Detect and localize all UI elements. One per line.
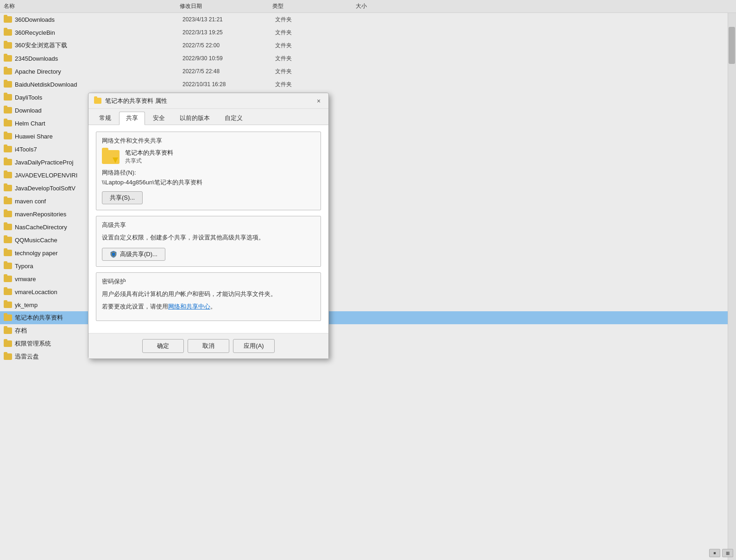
- dialog-tab-共享[interactable]: 共享: [119, 112, 145, 125]
- dialog-tab-以前的版本[interactable]: 以前的版本: [173, 112, 217, 125]
- advanced-sharing-section: 高级共享 设置自定义权限，创建多个共享，并设置其他高级共享选项。 高级共享(D)…: [96, 216, 321, 267]
- dialog-tab-常规[interactable]: 常规: [92, 112, 118, 125]
- share-info-row: 笔记本的共享资料 共享式: [102, 149, 315, 165]
- password-text-1: 用户必须具有此计算机的用户帐户和密码，才能访问共享文件夹。: [102, 289, 315, 299]
- dialog-folder-icon: [94, 98, 101, 104]
- share-folder-large-icon: [102, 150, 120, 164]
- share-folder-name: 笔记本的共享资料: [125, 149, 173, 157]
- password-protection-section: 密码保护 用户必须具有此计算机的用户帐户和密码，才能访问共享文件夹。 若要更改此…: [96, 272, 321, 321]
- net-path-label: 网络路径(N):: [102, 169, 315, 177]
- share-name-block: 笔记本的共享资料 共享式: [125, 149, 173, 165]
- advanced-sharing-button[interactable]: 高级共享(D)...: [102, 248, 165, 261]
- ok-button[interactable]: 确定: [142, 339, 184, 353]
- network-sharing-center-link[interactable]: 网络和共享中心: [168, 303, 210, 310]
- properties-dialog: 笔记本的共享资料 属性 × 常规共享安全以前的版本自定义 网络文件和文件夹共享 …: [88, 93, 329, 359]
- share-button[interactable]: 共享(S)...: [102, 191, 143, 204]
- advanced-desc: 设置自定义权限，创建多个共享，并设置其他高级共享选项。: [102, 233, 315, 242]
- cancel-button[interactable]: 取消: [188, 339, 229, 353]
- shield-icon: [110, 251, 117, 258]
- network-sharing-title: 网络文件和文件夹共享: [102, 137, 315, 145]
- dialog-tab-自定义[interactable]: 自定义: [218, 112, 250, 125]
- net-path-value: \\Laptop-44g856un\笔记本的共享资料: [102, 178, 315, 187]
- dialog-tab-安全[interactable]: 安全: [146, 112, 172, 125]
- dialog-title-text: 笔记本的共享资料 属性: [105, 97, 167, 105]
- pwd-prefix: 若要更改此设置，请使用: [102, 303, 168, 310]
- dialog-title-left: 笔记本的共享资料 属性: [94, 97, 167, 105]
- advanced-sharing-title: 高级共享: [102, 221, 315, 229]
- password-text-2: 若要更改此设置，请使用网络和共享中心。: [102, 302, 315, 311]
- advanced-sharing-btn-label: 高级共享(D)...: [120, 250, 157, 258]
- password-protection-title: 密码保护: [102, 277, 315, 286]
- dialog-tabs: 常规共享安全以前的版本自定义: [88, 109, 328, 125]
- share-arrow-icon: [113, 157, 118, 163]
- dialog-body: 网络文件和文件夹共享 笔记本的共享资料 共享式 网络路径(N): \\Lapto…: [88, 125, 328, 333]
- apply-button[interactable]: 应用(A): [233, 339, 275, 353]
- dialog-footer: 确定 取消 应用(A): [88, 333, 328, 359]
- share-folder-status: 共享式: [125, 157, 173, 165]
- dialog-titlebar: 笔记本的共享资料 属性 ×: [88, 93, 328, 109]
- dialog-close-button[interactable]: ×: [313, 95, 325, 107]
- network-sharing-section: 网络文件和文件夹共享 笔记本的共享资料 共享式 网络路径(N): \\Lapto…: [96, 132, 321, 210]
- pwd-suffix: 。: [210, 303, 216, 310]
